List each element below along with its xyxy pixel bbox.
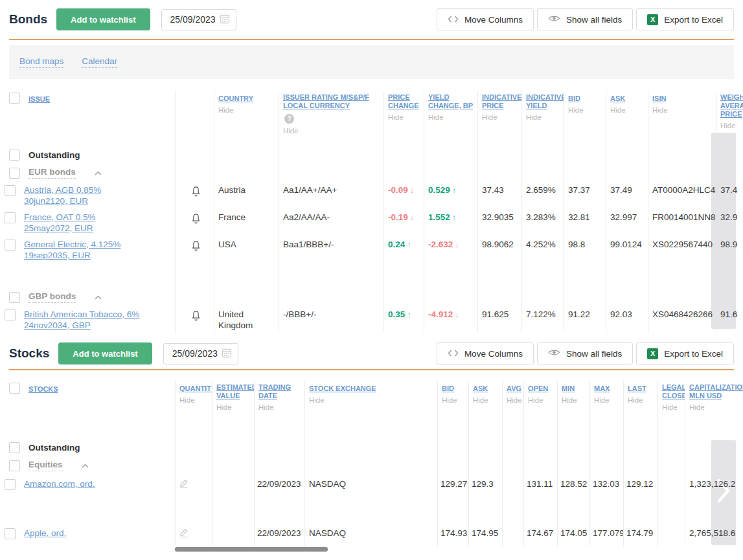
hide-open[interactable]: Hide xyxy=(528,396,555,404)
collapse-icon[interactable] xyxy=(82,464,89,468)
col-ask[interactable]: ASK xyxy=(473,385,488,393)
legal-close-cell xyxy=(657,476,685,478)
group-checkbox[interactable] xyxy=(9,168,20,179)
bond-issue-link[interactable]: British American Tobacco, 6% 24nov2034, … xyxy=(24,309,142,331)
hide-yield-change[interactable]: Hide xyxy=(428,113,475,121)
col-quantity[interactable]: QUANTITY xyxy=(179,385,212,393)
hide-max[interactable]: Hide xyxy=(594,396,621,404)
bonds-add-to-watchlist-button[interactable]: Add to watchlist xyxy=(56,8,150,30)
hide-bid[interactable]: Hide xyxy=(442,396,466,404)
col-last[interactable]: LAST xyxy=(628,385,646,393)
wavg-price-cell: 98.9 xyxy=(716,237,743,250)
hide-ask[interactable]: Hide xyxy=(610,106,646,114)
select-all-stocks-checkbox[interactable] xyxy=(9,383,20,394)
row-checkbox[interactable] xyxy=(5,212,16,223)
hide-trading-date[interactable]: Hide xyxy=(258,403,303,411)
export-to-excel-button[interactable]: X Export to Excel xyxy=(636,8,734,30)
hide-stock-exchange[interactable]: Hide xyxy=(309,396,435,404)
show-all-fields-button[interactable]: Show all fields xyxy=(537,342,633,364)
hide-indicative-yield[interactable]: Hide xyxy=(526,113,562,121)
hide-capitalization[interactable]: Hide xyxy=(689,403,741,411)
exchange-cell: NASDAQ xyxy=(304,476,437,489)
eye-icon xyxy=(548,14,560,25)
col-price-change[interactable]: PRICE CHANGE xyxy=(388,93,422,110)
col-weighted-avg-price[interactable]: WEIGHTED AVERAGE PRICE xyxy=(720,93,743,118)
bond-issue-link[interactable]: Austria, AGB 0.85% 30jun2120, EUR xyxy=(24,185,142,207)
col-indicative-yield[interactable]: INDICATIVE YIELD xyxy=(526,93,564,110)
hide-price-change[interactable]: Hide xyxy=(388,113,422,121)
hide-avg[interactable]: Hide xyxy=(507,396,521,404)
col-bid[interactable]: BID xyxy=(442,385,454,393)
col-trading-date[interactable]: TRADING DATE xyxy=(258,383,303,400)
avg-cell xyxy=(502,526,523,528)
row-checkbox[interactable] xyxy=(5,479,16,490)
bond-issue-link[interactable]: General Electric, 4.125% 19sep2035, EUR xyxy=(24,239,142,261)
hide-isin[interactable]: Hide xyxy=(652,106,714,114)
row-checkbox[interactable] xyxy=(5,528,16,539)
stock-link[interactable]: Apple, ord. xyxy=(24,528,66,539)
select-all-bonds-checkbox[interactable] xyxy=(9,93,20,104)
hide-last[interactable]: Hide xyxy=(628,396,656,404)
col-max[interactable]: MAX xyxy=(594,385,610,393)
tab-calendar[interactable]: Calendar xyxy=(82,56,117,68)
stock-link[interactable]: Amazon.com, ord. xyxy=(24,478,95,489)
col-issuer-rating[interactable]: ISSUER RATING M/S&P/F LOCAL CURRENCY xyxy=(283,93,382,110)
horizontal-scrollbar-thumb[interactable] xyxy=(175,547,328,552)
question-icon[interactable]: ? xyxy=(284,114,294,124)
hide-estimated-value[interactable]: Hide xyxy=(216,403,252,411)
show-all-fields-button[interactable]: Show all fields xyxy=(537,8,633,30)
tab-bond-maps[interactable]: Bond maps xyxy=(19,56,63,68)
hide-quantity[interactable]: Hide xyxy=(179,396,210,404)
stocks-add-to-watchlist-button[interactable]: Add to watchlist xyxy=(58,342,152,364)
col-bid[interactable]: BID xyxy=(568,95,580,103)
stocks-toolbar: Move Columns Show all fields X Export to… xyxy=(437,342,734,364)
bell-icon[interactable] xyxy=(190,309,201,325)
col-open[interactable]: OPEN xyxy=(528,385,548,393)
col-stock-exchange[interactable]: STOCK EXCHANGE xyxy=(309,385,376,393)
col-legal-close[interactable]: LEGAL CLOSE xyxy=(662,383,685,400)
row-checkbox[interactable] xyxy=(5,309,16,320)
col-ask[interactable]: ASK xyxy=(610,95,625,103)
col-avg[interactable]: AVG xyxy=(507,385,521,393)
hide-ask[interactable]: Hide xyxy=(473,396,500,404)
rating-cell: Baa1/BBB+/- xyxy=(279,237,383,250)
col-issue[interactable]: ISSUE xyxy=(29,95,50,104)
hide-rating[interactable]: Hide xyxy=(283,127,382,135)
col-stocks[interactable]: STOCKS xyxy=(29,385,58,394)
col-indicative-price[interactable]: INDICATIVE PRICE xyxy=(482,93,521,110)
col-yield-change[interactable]: YIELD CHANGE, BP xyxy=(428,93,475,110)
hide-indicative-price[interactable]: Hide xyxy=(482,113,520,121)
bonds-date-picker[interactable]: 25/09/2023 xyxy=(161,9,236,30)
col-isin[interactable]: ISIN xyxy=(652,95,666,103)
edit-quantity-icon[interactable] xyxy=(178,482,189,491)
group-checkbox[interactable] xyxy=(9,292,20,303)
col-estimated-value[interactable]: ESTIMATED VALUE xyxy=(216,383,254,400)
hide-wavg[interactable]: Hide xyxy=(720,122,741,129)
hide-legal-close[interactable]: Hide xyxy=(662,403,683,411)
bell-icon[interactable] xyxy=(190,240,201,255)
col-min[interactable]: MIN xyxy=(562,385,575,393)
edit-quantity-icon[interactable] xyxy=(178,531,189,541)
move-columns-button[interactable]: Move Columns xyxy=(437,342,534,364)
bond-issue-link[interactable]: France, OAT 0.5% 25may2072, EUR xyxy=(24,212,142,234)
hide-country[interactable]: Hide xyxy=(218,106,277,114)
hide-min[interactable]: Hide xyxy=(562,396,588,404)
group-checkbox[interactable] xyxy=(9,442,20,453)
stocks-date-picker[interactable]: 25/09/2023 xyxy=(163,343,238,364)
group-checkbox[interactable] xyxy=(9,460,20,471)
group-checkbox[interactable] xyxy=(9,150,20,161)
bell-icon[interactable] xyxy=(190,212,201,228)
move-columns-button[interactable]: Move Columns xyxy=(437,8,534,30)
hide-bid[interactable]: Hide xyxy=(568,106,604,114)
row-checkbox[interactable] xyxy=(5,185,16,196)
calendar-icon[interactable] xyxy=(222,348,232,360)
collapse-icon[interactable] xyxy=(95,171,102,175)
collapse-icon[interactable] xyxy=(95,295,102,300)
col-country[interactable]: COUNTRY xyxy=(218,95,253,103)
stocks-title: Stocks xyxy=(9,346,49,361)
col-capitalization[interactable]: CAPITALIZATION, MLN USD xyxy=(689,383,743,400)
export-to-excel-button[interactable]: X Export to Excel xyxy=(636,342,734,364)
calendar-icon[interactable] xyxy=(220,14,230,26)
row-checkbox[interactable] xyxy=(5,240,16,251)
bell-icon[interactable] xyxy=(190,185,201,201)
